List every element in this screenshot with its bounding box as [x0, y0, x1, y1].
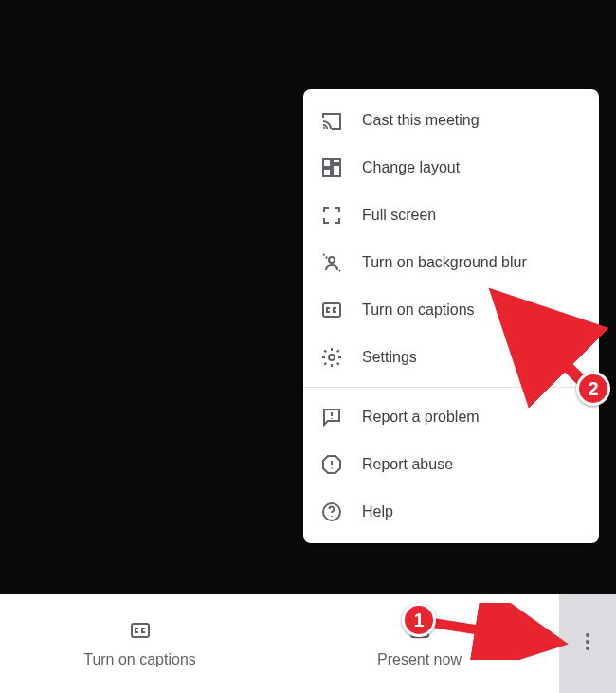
- more-options-button[interactable]: [559, 594, 616, 693]
- app-frame: Cast this meeting Change layout Full scr…: [0, 0, 616, 693]
- cast-icon: [320, 109, 343, 132]
- svg-rect-6: [323, 303, 340, 317]
- menu-item-captions[interactable]: Turn on captions: [303, 286, 599, 334]
- menu-item-help[interactable]: Help: [303, 488, 599, 536]
- svg-point-11: [331, 467, 333, 469]
- menu-item-label: Cast this meeting: [362, 112, 480, 129]
- menu-separator: [303, 387, 599, 388]
- menu-item-background-blur[interactable]: Turn on background blur: [303, 239, 599, 286]
- menu-item-report-abuse[interactable]: Report abuse: [303, 441, 599, 488]
- svg-point-13: [331, 516, 333, 518]
- menu-item-settings[interactable]: Settings: [303, 334, 599, 381]
- badge-number: 2: [588, 378, 598, 400]
- captions-label: Turn on captions: [83, 651, 196, 668]
- badge-number: 1: [413, 610, 424, 631]
- blur-icon: [320, 251, 343, 274]
- menu-item-cast[interactable]: Cast this meeting: [303, 97, 599, 144]
- svg-rect-14: [132, 624, 149, 637]
- menu-item-label: Turn on captions: [362, 301, 475, 319]
- svg-rect-4: [323, 169, 331, 176]
- svg-point-9: [331, 418, 333, 420]
- fullscreen-icon: [320, 204, 343, 227]
- svg-point-16: [586, 633, 589, 637]
- menu-item-label: Report a problem: [362, 409, 480, 426]
- more-vert-icon: [576, 630, 599, 657]
- svg-rect-1: [323, 159, 331, 167]
- more-options-menu: Cast this meeting Change layout Full scr…: [303, 89, 599, 543]
- captions-icon: [320, 299, 343, 321]
- svg-rect-3: [333, 165, 340, 176]
- help-icon: [320, 501, 343, 523]
- menu-item-label: Full screen: [362, 207, 436, 224]
- captions-icon: [129, 619, 152, 646]
- annotation-badge-1: 1: [402, 603, 436, 637]
- menu-item-label: Settings: [362, 349, 417, 366]
- menu-item-label: Help: [362, 503, 393, 520]
- menu-item-layout[interactable]: Change layout: [303, 144, 599, 191]
- svg-rect-2: [333, 159, 340, 163]
- svg-point-18: [586, 647, 589, 650]
- svg-point-7: [329, 355, 335, 360]
- captions-button[interactable]: Turn on captions: [0, 594, 280, 693]
- annotation-badge-2: 2: [576, 372, 610, 406]
- menu-item-fullscreen[interactable]: Full screen: [303, 191, 599, 239]
- present-label: Present now: [377, 651, 462, 668]
- menu-item-label: Turn on background blur: [362, 254, 527, 271]
- report-icon: [320, 453, 343, 476]
- menu-item-report-problem[interactable]: Report a problem: [303, 393, 599, 441]
- svg-point-0: [323, 127, 325, 129]
- bottom-toolbar: Turn on captions Present now: [0, 594, 559, 693]
- menu-item-label: Report abuse: [362, 456, 453, 473]
- gear-icon: [320, 346, 343, 369]
- menu-item-label: Change layout: [362, 159, 460, 176]
- layout-icon: [320, 156, 343, 179]
- svg-point-17: [586, 640, 589, 644]
- feedback-icon: [320, 406, 343, 429]
